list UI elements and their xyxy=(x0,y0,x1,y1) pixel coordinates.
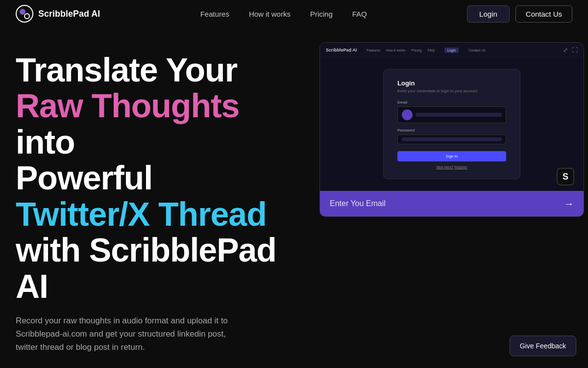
email-label: Email xyxy=(397,100,506,105)
nav-link-pricing[interactable]: Pricing xyxy=(310,10,333,18)
feedback-button[interactable]: Give Feedback xyxy=(510,336,576,356)
preview-card: ScribblePad AI Features How it works Pri… xyxy=(319,42,584,217)
signin-button[interactable]: Sign In xyxy=(397,151,506,161)
preview-card-icons: ⤢ ⛶ xyxy=(563,47,578,53)
hero-title-ai: AI xyxy=(16,267,48,305)
navbar: ScribblePad AI Features How it works Pri… xyxy=(0,0,588,27)
password-input-fill xyxy=(402,137,502,141)
login-footer-link[interactable]: Register xyxy=(454,165,467,169)
password-input-row[interactable] xyxy=(397,134,506,144)
nav-link-features[interactable]: Features xyxy=(200,10,229,18)
hero-subtitle: Record your raw thoughts in audio format… xyxy=(16,314,241,354)
hero-title-twitter: Twitter/X Thread xyxy=(16,195,267,233)
hero-title-raw-thoughts: Raw Thoughts xyxy=(16,87,239,124)
hero-title-powerful: Powerful xyxy=(16,159,152,196)
fullscreen-icon[interactable]: ⛶ xyxy=(572,47,578,53)
email-input-fill xyxy=(416,113,502,117)
nav-link-how-it-works[interactable]: How it works xyxy=(249,10,291,18)
login-footer: New Here? Register xyxy=(397,165,506,169)
preview-link-how: How it works xyxy=(386,49,406,52)
email-placeholder-text: Enter You Email xyxy=(330,199,386,208)
s-icon: S xyxy=(557,168,574,185)
login-box-subtitle: Enter your credentials to login to your … xyxy=(397,89,506,93)
preview-link-pricing: Pricing xyxy=(412,49,422,52)
preview-body: Login Enter your credentials to login to… xyxy=(320,57,584,191)
hero-section: Translate Your Raw Thoughts into Powerfu… xyxy=(0,27,588,368)
logo-icon xyxy=(16,5,33,23)
email-input-row[interactable] xyxy=(397,106,506,123)
hero-title-with-scribblepad: with ScribblePad xyxy=(16,231,276,268)
hero-title: Translate Your Raw Thoughts into Powerfu… xyxy=(16,52,300,304)
logo-text: ScribblePad AI xyxy=(38,9,100,19)
hero-title-into: into xyxy=(16,123,75,160)
nav-links: Features How it works Pricing FAQ xyxy=(200,10,367,18)
external-link-icon[interactable]: ⤢ xyxy=(563,47,568,53)
preview-header: ScribblePad AI Features How it works Pri… xyxy=(320,43,584,57)
contact-button[interactable]: Contact Us xyxy=(515,5,572,23)
nav-link-faq[interactable]: FAQ xyxy=(352,10,367,18)
hero-right: ScribblePad AI Features How it works Pri… xyxy=(319,42,584,217)
nav-actions: Login Contact Us xyxy=(467,5,572,23)
hero-title-line1: Translate Your xyxy=(16,51,237,88)
email-arrow-icon[interactable]: → xyxy=(564,198,574,210)
preview-nav: ScribblePad AI Features How it works Pri… xyxy=(326,48,486,53)
preview-email-bar[interactable]: Enter You Email → xyxy=(320,191,584,216)
preview-link-faq: FAQ xyxy=(428,49,435,52)
login-button[interactable]: Login xyxy=(467,5,510,23)
preview-contact: Contact Us xyxy=(468,49,486,52)
login-box-title: Login xyxy=(397,79,506,87)
login-footer-text: New Here? xyxy=(436,165,453,169)
email-input-dot xyxy=(402,109,413,120)
login-box: Login Enter your credentials to login to… xyxy=(383,69,520,179)
password-label: Password xyxy=(397,128,506,132)
preview-logo: ScribblePad AI xyxy=(326,48,357,53)
logo[interactable]: ScribblePad AI xyxy=(16,5,100,23)
preview-nav-links: Features How it works Pricing FAQ xyxy=(367,49,435,52)
preview-link-features: Features xyxy=(367,49,380,52)
hero-left: Translate Your Raw Thoughts into Powerfu… xyxy=(16,47,300,368)
preview-login-btn[interactable]: Login xyxy=(444,48,459,53)
